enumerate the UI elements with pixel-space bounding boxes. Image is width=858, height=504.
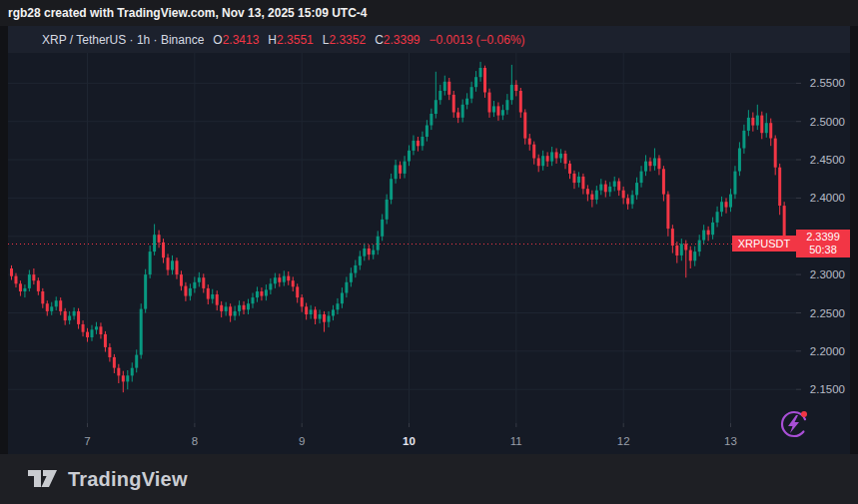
svg-text:2.5500: 2.5500	[810, 77, 845, 89]
candlestick-chart[interactable]: 2.60002.55002.50002.45002.40002.35002.30…	[8, 26, 850, 454]
lightning-bolt-icon[interactable]	[777, 407, 811, 441]
ohlc-open: O2.3413	[213, 33, 259, 47]
svg-text:12: 12	[617, 435, 630, 447]
ohlc-close: C2.3399	[375, 33, 420, 47]
chart-panel: XRP / TetherUS · 1h · Binance O2.3413 H2…	[8, 26, 850, 454]
svg-text:2.5000: 2.5000	[810, 116, 845, 128]
ohlc-low: L2.3352	[323, 33, 366, 47]
svg-text:10: 10	[403, 435, 416, 447]
svg-text:11: 11	[510, 435, 522, 447]
last-price-value: 2.3399	[806, 231, 840, 244]
bar-countdown: 50:38	[809, 244, 837, 256]
ohlc-high: H2.3551	[268, 33, 313, 47]
footer-bar: TradingView	[0, 454, 858, 504]
last-price-badge: 2.3399 50:38	[796, 230, 850, 257]
tradingview-logo[interactable]: TradingView	[28, 468, 188, 491]
tradingview-mark-icon	[28, 470, 58, 488]
svg-text:7: 7	[84, 435, 90, 447]
svg-text:13: 13	[724, 435, 737, 447]
title-bar: rgb28 created with TradingView.com, Nov …	[0, 0, 858, 26]
svg-text:2.2000: 2.2000	[810, 345, 845, 357]
title-bar-text: rgb28 created with TradingView.com, Nov …	[8, 6, 367, 20]
price-line-symbol-badge: XRPUSDT	[732, 236, 796, 252]
chart-legend: XRP / TetherUS · 1h · Binance O2.3413 H2…	[8, 26, 850, 53]
svg-text:2.3000: 2.3000	[810, 268, 845, 280]
svg-text:9: 9	[299, 435, 305, 447]
svg-text:2.4000: 2.4000	[810, 192, 845, 204]
symbol-title[interactable]: XRP / TetherUS · 1h · Binance	[42, 33, 204, 47]
svg-text:2.2500: 2.2500	[810, 307, 845, 319]
svg-text:8: 8	[192, 435, 198, 447]
price-change: −0.0013 (−0.06%)	[429, 33, 525, 47]
svg-text:2.1500: 2.1500	[810, 383, 845, 395]
tradingview-logo-text: TradingView	[68, 468, 188, 491]
svg-text:2.4500: 2.4500	[810, 154, 845, 166]
